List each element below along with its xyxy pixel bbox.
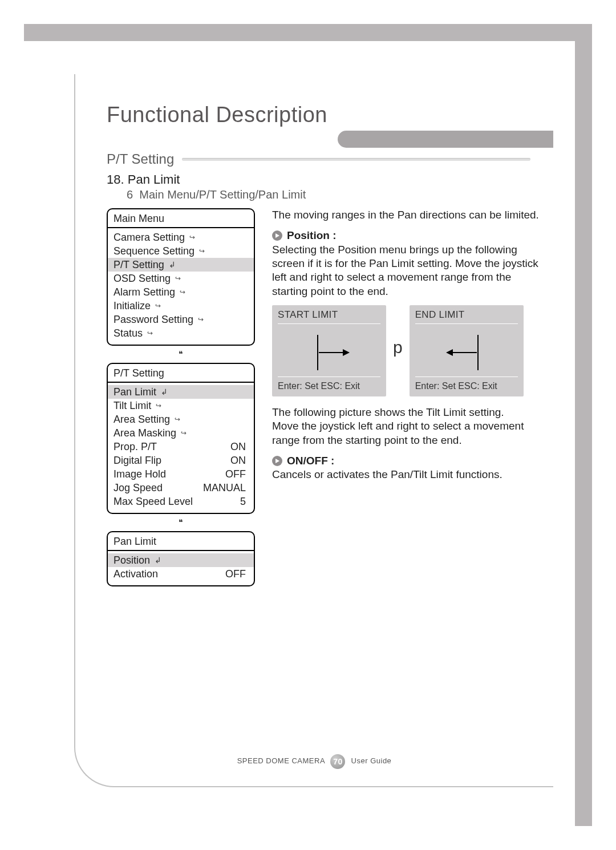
page-title: Functional Description bbox=[107, 103, 553, 127]
pan-limit-item: ActivationOFF bbox=[114, 567, 248, 581]
main-menu-item: P/T Setting↲ bbox=[108, 258, 254, 272]
page-title-block: Functional Description bbox=[75, 103, 553, 148]
submenu-icon: ↩ bbox=[147, 329, 153, 337]
main-menu-item: Camera Setting↩ bbox=[114, 230, 248, 244]
onoff-heading: ON/OFF : bbox=[272, 454, 539, 468]
bullet-icon bbox=[272, 230, 282, 241]
pt-menu-item: Digital FlipON bbox=[114, 454, 248, 467]
position-body: Selecting the Position menu brings up th… bbox=[272, 243, 539, 298]
enter-icon: ↲ bbox=[161, 387, 168, 396]
main-menu-item: Status↩ bbox=[114, 326, 248, 340]
main-menu-title: Main Menu bbox=[108, 209, 254, 228]
breadcrumb: 6 Main Menu/P/T Setting/Pan Limit bbox=[127, 188, 306, 201]
footer-right: User Guide bbox=[351, 756, 392, 765]
menu-item-label: Camera Setting↩ bbox=[114, 232, 195, 244]
submenu-icon: ↩ bbox=[199, 247, 205, 255]
menu-item-label: Area Masking↩ bbox=[114, 427, 187, 439]
menu-item-value: OFF bbox=[225, 568, 248, 580]
onoff-body: Cancels or activates the Pan/Tilt Limit … bbox=[272, 468, 539, 481]
menu-item-label: Pan Limit↲ bbox=[114, 386, 168, 398]
pt-menu-item: Area Setting↩ bbox=[114, 412, 248, 426]
left-column: Main Menu Camera Setting↩Sequence Settin… bbox=[107, 208, 255, 589]
menu-item-label: Jog Speed bbox=[114, 482, 163, 494]
start-limit-footer: Enter: Set ESC: Exit bbox=[278, 377, 380, 392]
end-limit-diagram bbox=[415, 329, 518, 377]
end-limit-box: END LIMIT Enter: Set ESC: Exit bbox=[410, 305, 524, 396]
submenu-icon: ↩ bbox=[155, 302, 161, 310]
menu-item-label: Activation bbox=[114, 568, 158, 580]
menu-item-label: Status↩ bbox=[114, 327, 153, 339]
menu-item-value: MANUAL bbox=[203, 482, 248, 494]
enter-icon: ↲ bbox=[155, 556, 161, 565]
end-limit-title: END LIMIT bbox=[415, 309, 518, 324]
submenu-icon: ↩ bbox=[181, 429, 187, 437]
pt-menu-item: Tilt Limit↩ bbox=[114, 399, 248, 412]
submenu-icon: ↩ bbox=[175, 415, 180, 423]
submenu-icon: ↩ bbox=[198, 315, 204, 323]
menu-item-label: Image Hold bbox=[114, 468, 166, 480]
page-number-badge: 70 bbox=[330, 754, 345, 769]
pan-limit-box: Pan Limit Position↲ActivationOFF bbox=[107, 531, 255, 586]
pt-menu-item: Pan Limit↲ bbox=[108, 385, 254, 399]
pt-menu-item: Image HoldOFF bbox=[114, 467, 248, 481]
page-card: Functional Description P/T Setting 18. P… bbox=[74, 74, 553, 787]
enter-icon: ↲ bbox=[169, 260, 176, 269]
menu-item-label: Alarm Setting↩ bbox=[114, 286, 185, 298]
page-footer: SPEED DOME CAMERA 70 User Guide bbox=[75, 754, 553, 769]
pan-limit-item: Position↲ bbox=[108, 553, 254, 567]
tilt-paragraph: The following picture shows the Tilt Lim… bbox=[272, 406, 539, 447]
down-arrow-icon: ❝ bbox=[107, 348, 255, 363]
between-glyph: p bbox=[392, 337, 404, 365]
menu-item-label: Prop. P/T bbox=[114, 441, 157, 453]
menu-item-label: Digital Flip bbox=[114, 455, 161, 467]
position-heading: Position : bbox=[272, 229, 539, 242]
pt-menu-item: Jog SpeedMANUAL bbox=[114, 481, 248, 495]
pt-menu-item: Area Masking↩ bbox=[114, 426, 248, 440]
menu-item-label: Max Speed Level bbox=[114, 496, 193, 508]
pt-menu-item: Max Speed Level5 bbox=[114, 495, 248, 508]
menu-item-label: Position↲ bbox=[114, 554, 161, 566]
pt-setting-title: P/T Setting bbox=[108, 364, 254, 383]
limit-diagrams: START LIMIT Enter: Set ESC: Exit p END L… bbox=[272, 305, 539, 396]
pt-setting-box: P/T Setting Pan Limit↲Tilt Limit↩Area Se… bbox=[107, 363, 255, 514]
menu-item-label: OSD Setting↩ bbox=[114, 273, 181, 285]
menu-item-label: Password Setting↩ bbox=[114, 314, 204, 326]
right-column: The moving ranges in the Pan directions … bbox=[272, 208, 539, 589]
menu-item-label: Initialize↩ bbox=[114, 300, 161, 312]
main-menu-item: Initialize↩ bbox=[114, 299, 248, 313]
main-menu-item: Alarm Setting↩ bbox=[114, 285, 248, 299]
submenu-icon: ↩ bbox=[175, 274, 181, 282]
menu-item-label: P/T Setting↲ bbox=[114, 259, 176, 271]
main-menu-item: Sequence Setting↩ bbox=[114, 244, 248, 258]
menu-item-label: Tilt Limit↩ bbox=[114, 400, 161, 412]
section-heading: P/T Setting bbox=[107, 151, 530, 167]
section-rule bbox=[182, 158, 530, 160]
menu-item-label: Area Setting↩ bbox=[114, 414, 180, 426]
title-divider bbox=[75, 131, 553, 148]
section-label: P/T Setting bbox=[107, 151, 174, 167]
intro-text: The moving ranges in the Pan directions … bbox=[272, 208, 539, 222]
submenu-icon: ↩ bbox=[189, 233, 195, 241]
start-limit-diagram bbox=[278, 329, 380, 377]
menu-item-value: OFF bbox=[225, 468, 248, 480]
footer-left: SPEED DOME CAMERA bbox=[237, 756, 325, 765]
submenu-icon: ↩ bbox=[180, 288, 185, 296]
main-menu-item: OSD Setting↩ bbox=[114, 272, 248, 285]
start-limit-title: START LIMIT bbox=[278, 309, 380, 324]
down-arrow-icon: ❝ bbox=[107, 516, 255, 531]
menu-item-value: ON bbox=[230, 455, 248, 467]
start-limit-box: START LIMIT Enter: Set ESC: Exit bbox=[272, 305, 386, 396]
end-limit-footer: Enter: Set ESC: Exit bbox=[415, 377, 518, 392]
main-menu-item: Password Setting↩ bbox=[114, 313, 248, 326]
main-menu-box: Main Menu Camera Setting↩Sequence Settin… bbox=[107, 208, 255, 346]
subsection-title: 18. Pan Limit bbox=[107, 172, 180, 187]
pt-menu-item: Prop. P/TON bbox=[114, 440, 248, 454]
menu-item-value: 5 bbox=[240, 496, 248, 508]
pan-limit-title: Pan Limit bbox=[108, 532, 254, 551]
submenu-icon: ↩ bbox=[156, 402, 161, 410]
menu-item-label: Sequence Setting↩ bbox=[114, 245, 205, 257]
bullet-icon bbox=[272, 456, 282, 466]
menu-item-value: ON bbox=[230, 441, 248, 453]
